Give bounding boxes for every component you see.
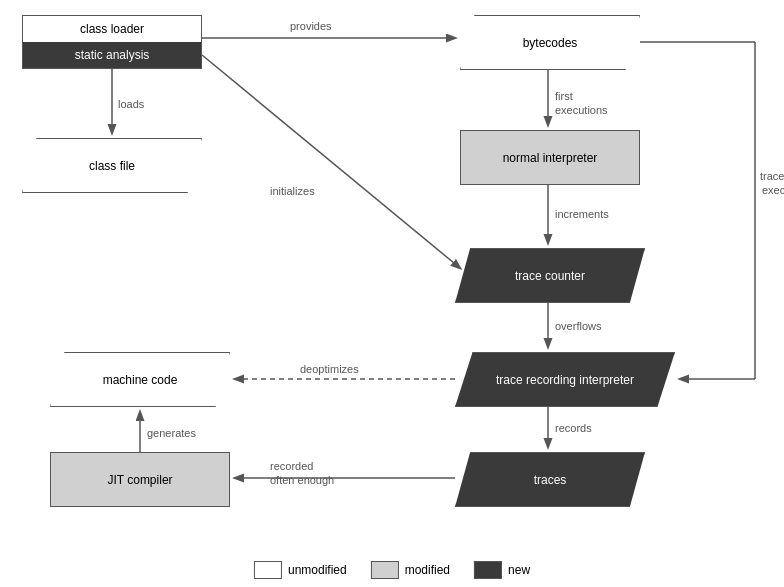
legend-unmodified-box	[254, 561, 282, 579]
class-file-node: class file	[22, 138, 202, 193]
overflows-label: overflows	[555, 320, 602, 332]
trace-counter-node: trace counter	[455, 248, 645, 303]
generates-label: generates	[147, 427, 196, 439]
legend-new: new	[474, 561, 530, 579]
normal-interpreter-node: normal interpreter	[460, 130, 640, 185]
initializes-label: initializes	[270, 185, 315, 197]
svg-line-6	[202, 55, 460, 268]
machine-code-label: machine code	[103, 373, 178, 387]
trace-counter-label: trace counter	[515, 269, 585, 283]
legend-modified: modified	[371, 561, 450, 579]
legend-modified-label: modified	[405, 563, 450, 577]
legend-unmodified: unmodified	[254, 561, 347, 579]
class-loader-static-analysis-node: class loader static analysis	[22, 15, 202, 69]
deoptimizes-label: deoptimizes	[300, 363, 359, 375]
trace-recording-interpreter-label: trace recording interpreter	[496, 373, 634, 387]
class-loader-label: class loader	[23, 16, 201, 42]
jit-compiler-node: JIT compiler	[50, 452, 230, 507]
legend-unmodified-label: unmodified	[288, 563, 347, 577]
increments-label: increments	[555, 208, 609, 220]
legend-new-box	[474, 561, 502, 579]
svg-text:executions: executions	[762, 184, 784, 196]
class-file-label: class file	[89, 159, 135, 173]
normal-interpreter-label: normal interpreter	[503, 151, 598, 165]
static-analysis-label: static analysis	[23, 42, 201, 68]
svg-text:executions: executions	[555, 104, 608, 116]
legend-modified-box	[371, 561, 399, 579]
first-executions-label: first	[555, 90, 573, 102]
trace-recording-interpreter-node: trace recording interpreter	[455, 352, 675, 407]
machine-code-node: machine code	[50, 352, 230, 407]
trace-recording-executions-label: trace recording	[760, 170, 784, 182]
records-label: records	[555, 422, 592, 434]
bytecodes-label: bytecodes	[523, 36, 578, 50]
loads-label: loads	[118, 98, 145, 110]
legend-new-label: new	[508, 563, 530, 577]
provides-label: provides	[290, 20, 332, 32]
traces-node: traces	[455, 452, 645, 507]
svg-text:often enough: often enough	[270, 474, 334, 486]
legend: unmodified modified new	[254, 561, 530, 579]
recorded-often-enough-label: recorded	[270, 460, 313, 472]
jit-compiler-label: JIT compiler	[107, 473, 172, 487]
bytecodes-node: bytecodes	[460, 15, 640, 70]
traces-label: traces	[534, 473, 567, 487]
